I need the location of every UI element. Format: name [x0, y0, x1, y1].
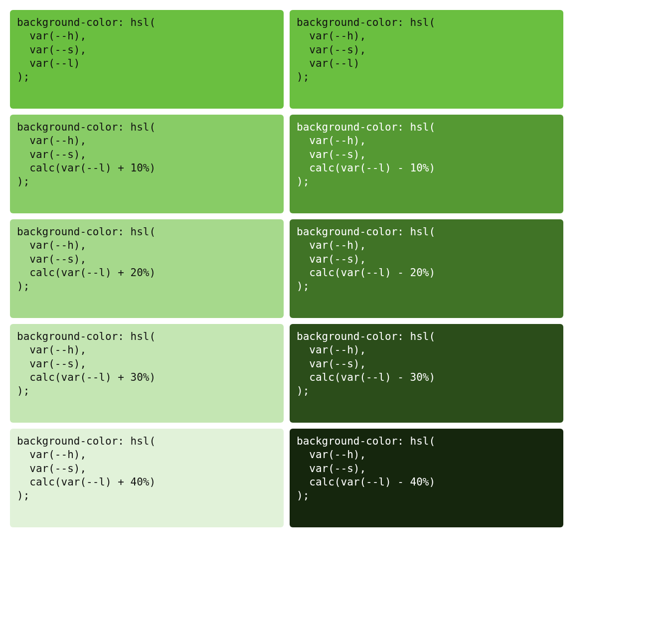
swatch-minus-10: background-color: hsl( var(--h), var(--s…	[290, 115, 563, 213]
swatch-base-left: background-color: hsl( var(--h), var(--s…	[10, 10, 284, 109]
swatch-minus-20: background-color: hsl( var(--h), var(--s…	[290, 219, 563, 318]
swatch-grid: background-color: hsl( var(--h), var(--s…	[10, 10, 563, 527]
swatch-plus-10: background-color: hsl( var(--h), var(--s…	[10, 115, 284, 213]
swatch-minus-30: background-color: hsl( var(--h), var(--s…	[290, 324, 563, 423]
swatch-plus-20: background-color: hsl( var(--h), var(--s…	[10, 219, 284, 318]
swatch-plus-40: background-color: hsl( var(--h), var(--s…	[10, 429, 284, 527]
swatch-plus-30: background-color: hsl( var(--h), var(--s…	[10, 324, 284, 423]
swatch-minus-40: background-color: hsl( var(--h), var(--s…	[290, 429, 563, 527]
swatch-base-right: background-color: hsl( var(--h), var(--s…	[290, 10, 563, 109]
